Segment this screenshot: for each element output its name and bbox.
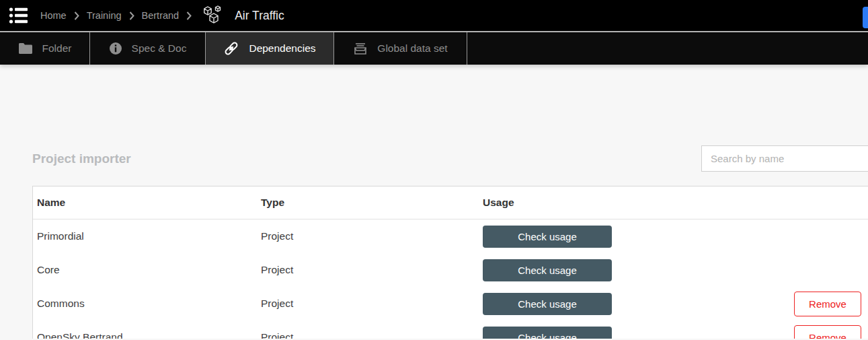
breadcrumb-home[interactable]: Home <box>40 10 67 21</box>
breadcrumb-training[interactable]: Training <box>87 10 122 21</box>
table-row: Core Project Check usage <box>33 253 868 287</box>
tab-label: Folder <box>42 42 72 55</box>
tab-folder[interactable]: Folder <box>0 32 90 65</box>
check-usage-button[interactable]: Check usage <box>483 327 612 339</box>
breadcrumb-bertrand[interactable]: Bertrand <box>142 10 180 21</box>
breadcrumb: Home Training Bertrand Air Traffic <box>40 5 284 26</box>
tab-spec-and-doc[interactable]: Spec & Doc <box>90 32 206 65</box>
page-title-breadcrumb: Air Traffic <box>235 9 284 23</box>
main-content: Project importer Name Type Usage Primord… <box>0 65 868 339</box>
dependency-name: OpenSky Bertrand <box>33 331 257 339</box>
tab-bar: Folder Spec & Doc Dependencies <box>0 32 868 65</box>
remove-button[interactable]: Remove <box>794 292 861 316</box>
table-row: OpenSky Bertrand Project Check usage Rem… <box>33 320 868 339</box>
search-input[interactable] <box>701 145 868 172</box>
table-header: Name Type Usage <box>33 186 868 219</box>
tab-label: Spec & Doc <box>132 42 187 55</box>
column-header-usage: Usage <box>479 197 788 209</box>
folder-icon <box>18 42 33 55</box>
column-header-name: Name <box>33 197 257 209</box>
dependency-name: Core <box>33 264 257 276</box>
dataset-tray-icon <box>353 41 368 56</box>
column-header-type: Type <box>257 197 479 209</box>
cutoff-blue-button[interactable] <box>863 7 868 28</box>
chevron-right-icon <box>129 11 134 20</box>
dependency-type: Project <box>257 331 479 339</box>
check-usage-button[interactable]: Check usage <box>483 259 612 281</box>
tab-global-data-set[interactable]: Global data set <box>334 32 467 65</box>
tab-label: Dependencies <box>249 42 315 55</box>
dependency-name: Primordial <box>33 230 257 242</box>
check-usage-button[interactable]: Check usage <box>483 293 612 315</box>
dependencies-table: Name Type Usage Primordial Project Check… <box>32 186 868 339</box>
section-title: Project importer <box>32 151 131 166</box>
top-bar: Home Training Bertrand Air Traffic <box>0 0 868 32</box>
tab-label: Global data set <box>377 42 447 55</box>
dependency-type: Project <box>257 230 479 242</box>
tab-dependencies[interactable]: Dependencies <box>206 32 334 65</box>
dependency-name: Commons <box>33 298 257 310</box>
info-icon <box>109 42 122 55</box>
project-cubes-icon <box>202 5 223 26</box>
link-icon <box>223 40 239 57</box>
dependency-type: Project <box>257 264 479 276</box>
dependency-type: Project <box>257 298 479 310</box>
table-row: Commons Project Check usage Remove <box>33 287 868 320</box>
table-row: Primordial Project Check usage <box>33 219 868 253</box>
chevron-right-icon <box>186 11 192 20</box>
check-usage-button[interactable]: Check usage <box>483 226 612 248</box>
remove-button[interactable]: Remove <box>794 325 861 339</box>
chevron-right-icon <box>74 11 79 20</box>
menu-list-icon[interactable] <box>7 4 30 27</box>
